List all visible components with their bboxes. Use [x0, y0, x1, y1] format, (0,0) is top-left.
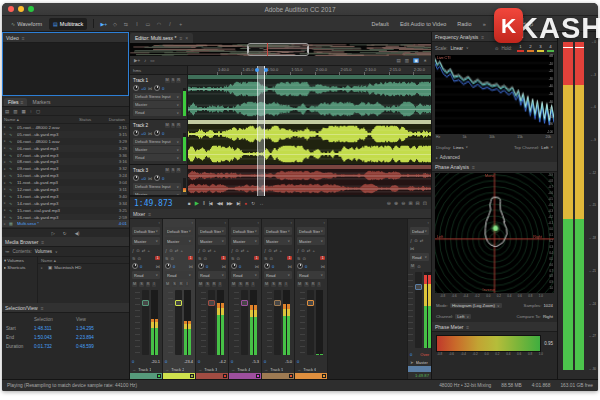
i-button[interactable]: I [284, 282, 287, 287]
view-start-value[interactable]: 1:34.295 [76, 326, 118, 331]
power-icon[interactable]: ⊙ [301, 248, 305, 253]
volume-fader[interactable] [241, 290, 248, 355]
clip-indicator[interactable]: Over [420, 352, 429, 357]
open-file-icon[interactable]: ▥ [13, 109, 17, 114]
track-display-icon[interactable]: ▣ [413, 58, 419, 63]
automation-mode-select[interactable]: Read∨ [165, 271, 193, 279]
selection-start-value[interactable]: 1:48.311 [34, 326, 76, 331]
add-effect-icon[interactable]: + [213, 248, 215, 253]
file-row[interactable]: ▸∿11-root...ub-yard.mp33:04 [2, 179, 129, 186]
input-select[interactable]: Default Ster∨ [297, 227, 325, 235]
eq-icon[interactable]: ≋ [198, 256, 202, 261]
i-button[interactable]: I [218, 282, 221, 287]
file-row[interactable]: ▸∿14-root...ub-yard.mp33:34 [2, 200, 129, 207]
record-arm-dot[interactable] [322, 374, 326, 378]
session-overview-bar[interactable] [130, 43, 431, 56]
pan-value[interactable]: 0 [206, 264, 208, 269]
file-row[interactable]: ▸∿16-root...ub-yard.mp32:59 [2, 214, 129, 221]
fader-thumb[interactable] [175, 300, 182, 306]
pan-knob[interactable] [264, 263, 270, 269]
loop-icon[interactable]: ↻ [63, 231, 67, 236]
mode-select[interactable]: Histogram (Log Zoom)∨ [450, 303, 502, 308]
range-handle-right[interactable] [307, 46, 309, 53]
tab-markers[interactable]: Markers [28, 98, 54, 106]
record-arm-dot[interactable] [157, 374, 161, 378]
workspace-overflow-icon[interactable]: » [483, 21, 486, 27]
effects-icon[interactable]: ƒ [165, 248, 167, 253]
pan-value[interactable]: 0 [162, 131, 164, 136]
loop-playback-button[interactable]: ↻ [251, 201, 254, 206]
record-arm-dot[interactable] [190, 374, 194, 378]
r-button[interactable]: R [176, 78, 181, 83]
effects-icon[interactable]: ƒ [231, 248, 233, 253]
selection-end-value[interactable]: 1:50.043 [34, 335, 76, 340]
zoom-in-time-button[interactable]: ⊞ [408, 200, 412, 206]
pan-knob[interactable] [154, 130, 160, 136]
fader-thumb[interactable] [208, 300, 215, 306]
phase-graph[interactable]: Mono Left Right Inverse -0.9-0.8-0.7-0.6… [435, 173, 554, 293]
add-effect-icon[interactable]: + [180, 248, 182, 253]
file-row[interactable]: ▸∿12-root...ub-yard.mp33:11 [2, 186, 129, 193]
rewind-button[interactable]: ◀◀ [217, 201, 222, 206]
marquee-selection-tool[interactable]: ▭ [144, 21, 151, 27]
master-volume-fader[interactable] [415, 272, 422, 348]
selection-duration-value[interactable]: 0:01.732 [34, 344, 76, 349]
eq-power-icon[interactable]: ⊙ [303, 256, 307, 261]
eq-power-icon[interactable]: ⊙ [237, 256, 241, 261]
play-button[interactable]: ▶ [195, 200, 198, 206]
output-select[interactable]: Master∨ [133, 191, 181, 195]
add-effect-icon[interactable]: + [246, 248, 248, 253]
panel-menu-icon[interactable]: ≡ [148, 211, 151, 217]
display-select[interactable]: Lines [453, 145, 463, 150]
s-button[interactable]: S [271, 282, 276, 287]
io-icon[interactable]: ⇄ [142, 248, 146, 253]
eq-preset-badge[interactable]: 1 [188, 256, 193, 260]
file-row[interactable]: ▸∿10-root...ub-yard.mp33:24 [2, 172, 129, 179]
volume-value[interactable]: +0 [141, 86, 146, 91]
input-select[interactable]: Default Ster∨ [231, 227, 259, 235]
output-select[interactable]: Master∨ [133, 146, 181, 153]
i-button[interactable]: I [317, 282, 320, 287]
paintbrush-tool[interactable]: / [166, 21, 173, 27]
pan-knob[interactable] [297, 263, 303, 269]
output-select[interactable]: Master∨ [264, 237, 292, 245]
i-button[interactable]: I [152, 282, 155, 287]
volume-fader[interactable] [175, 290, 182, 355]
i-button[interactable]: I [251, 282, 254, 287]
power-icon[interactable]: ⊙ [268, 248, 272, 253]
spot-healing-tool[interactable]: + [177, 21, 184, 27]
m-button[interactable]: M [165, 78, 170, 83]
automation-mode-select[interactable]: Read∨ [231, 271, 259, 279]
m-button[interactable]: M [264, 282, 269, 287]
hold-button-3[interactable]: 3 [537, 44, 544, 52]
eq-icon[interactable]: ≋ [132, 256, 136, 261]
volume-knob[interactable] [133, 85, 139, 91]
filter-icon[interactable]: ≔ [5, 249, 10, 254]
master-pan-readout[interactable]: 0 [410, 352, 412, 357]
files-column-header[interactable]: Name ▴ Status Duration [2, 116, 129, 124]
r-button[interactable]: R [278, 282, 283, 287]
playhead-timecode[interactable]: 1:49.873 [134, 199, 188, 208]
s-button[interactable]: S [139, 282, 144, 287]
pan-knob[interactable] [165, 263, 171, 269]
file-row[interactable]: ▸∿06-root...ub-yard.mp33:29 [2, 145, 129, 152]
file-row[interactable]: ▸∿15-root...cial-yard.mp33:25 [2, 207, 129, 214]
eq-icon[interactable]: ≋ [297, 256, 301, 261]
automation-mode-select[interactable]: Read∨ [133, 109, 181, 116]
eq-preset-badge[interactable]: 1 [287, 256, 292, 260]
monitor-icon[interactable]: ⊙ [417, 264, 421, 269]
m-button[interactable]: M [165, 123, 170, 128]
file-row[interactable]: ▸∿07-root...ub-yard.mp33:36 [2, 152, 129, 159]
samples-value[interactable]: 1024 [543, 303, 553, 308]
panel-menu-icon[interactable]: ≡ [179, 35, 182, 41]
pause-button[interactable]: ‖ [203, 201, 204, 206]
input-select[interactable]: Default Stereo Input∨ [133, 138, 181, 145]
s-button[interactable]: S [205, 282, 210, 287]
view-end-value[interactable]: 2:23.894 [76, 335, 118, 340]
slip-tool[interactable]: ⇆ [122, 21, 129, 27]
pan-knob[interactable] [198, 263, 204, 269]
power-icon[interactable]: ⊙ [169, 248, 173, 253]
razor-tool[interactable]: ◇ [111, 21, 118, 27]
waveform-view-button[interactable]: ∿Waveform [7, 18, 46, 30]
file-row[interactable]: ▸∿09-root...ub-yard.mp33:32 [2, 165, 129, 172]
